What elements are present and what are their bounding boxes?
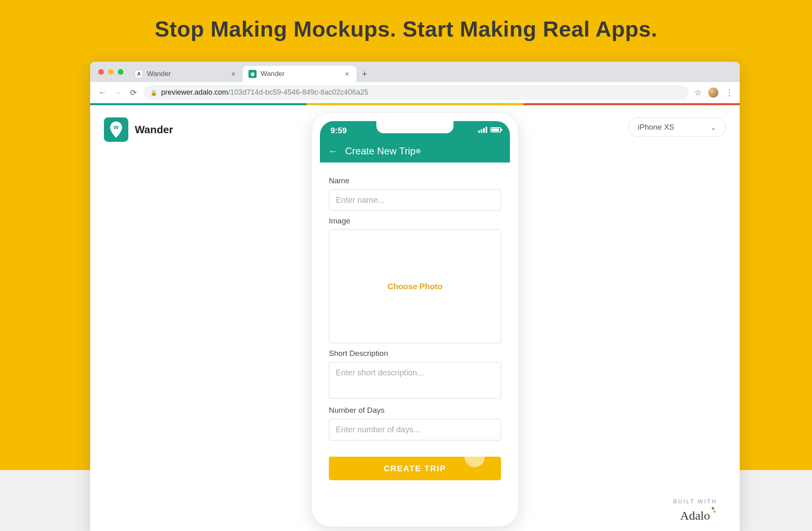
status-bar: 9:59 <box>320 121 510 140</box>
browser-menu-icon[interactable]: ⋮ <box>725 88 732 98</box>
close-tab-icon[interactable]: × <box>343 69 351 78</box>
battery-icon <box>490 127 501 132</box>
nav-reload-icon[interactable]: ⟳ <box>128 88 138 98</box>
image-label: Image <box>329 217 501 225</box>
tab-title: Wander <box>147 70 225 78</box>
window-traffic-lights <box>96 62 129 82</box>
app-bar: ← Create New Trip <box>320 140 510 163</box>
nav-forward-icon: → <box>113 88 123 97</box>
new-tab-button[interactable]: + <box>356 66 373 82</box>
short-description-input[interactable] <box>329 362 501 399</box>
tab-favicon: ◉ <box>248 70 257 78</box>
tab-title: Wander <box>261 70 339 78</box>
device-selected-label: iPhone XS <box>638 123 674 132</box>
device-screen: 9:59 ← Create New Trip Name Image <box>320 121 510 518</box>
back-arrow-icon[interactable]: ← <box>328 146 338 156</box>
create-trip-form: Name Image Choose Photo Short Descriptio… <box>320 163 510 518</box>
close-tab-icon[interactable]: × <box>229 69 237 78</box>
browser-tab[interactable]: A Wander × <box>129 66 243 82</box>
create-trip-button[interactable]: CREATE TRIP <box>329 457 501 480</box>
device-selector[interactable]: iPhone XS ⌄ <box>628 117 726 137</box>
browser-toolbar: ← → ⟳ 🔒 previewer.adalo.com/103d714d-bc5… <box>90 82 740 103</box>
short-description-label: Short Description <box>329 349 501 358</box>
days-label: Number of Days <box>329 406 501 415</box>
screen-title: Create New Trip <box>345 145 415 157</box>
close-window-icon[interactable] <box>98 69 104 75</box>
status-icons <box>478 127 501 133</box>
app-name: Wander <box>135 124 173 136</box>
url-path: /103d714d-bc59-4546-849c-8ac02c406a25 <box>228 88 368 96</box>
address-bar[interactable]: 🔒 previewer.adalo.com/103d714d-bc59-4546… <box>144 85 689 100</box>
url-host: previewer.adalo.com <box>161 88 228 96</box>
chevron-down-icon: ⌄ <box>710 123 717 132</box>
choose-photo-button[interactable]: Choose Photo <box>329 230 501 343</box>
fullscreen-window-icon[interactable] <box>118 69 123 75</box>
device-notch <box>376 121 454 133</box>
browser-tabstrip: A Wander × ◉ Wander × + <box>90 62 740 82</box>
browser-window: A Wander × ◉ Wander × + ← → ⟳ 🔒 previewe… <box>90 62 740 531</box>
browser-tab-active[interactable]: ◉ Wander × <box>243 66 356 82</box>
previewer-content: W Wander iPhone XS ⌄ 9:59 <box>90 105 740 531</box>
map-pin-icon: W <box>109 121 123 138</box>
app-logo: W <box>104 117 128 142</box>
tap-ripple <box>416 149 421 154</box>
lock-icon: 🔒 <box>150 89 157 96</box>
name-input[interactable] <box>329 189 501 211</box>
name-label: Name <box>329 176 501 185</box>
tab-favicon: A <box>135 70 143 78</box>
profile-avatar[interactable] <box>708 87 719 98</box>
minimize-window-icon[interactable] <box>108 69 114 75</box>
tap-indicator <box>464 447 485 467</box>
bookmark-star-icon[interactable]: ☆ <box>694 88 702 98</box>
create-trip-button-label: CREATE TRIP <box>384 464 446 473</box>
status-time: 9:59 <box>330 126 347 135</box>
device-frame: 9:59 ← Create New Trip Name Image <box>311 113 518 527</box>
toolbar-right: ☆ ⋮ <box>694 87 732 98</box>
days-input[interactable] <box>329 419 501 440</box>
built-with-label: BUILT WITH <box>673 498 717 505</box>
app-header: W Wander <box>104 117 173 142</box>
adalo-logo[interactable]: Adalo <box>680 509 710 522</box>
page-headline: Stop Making Mockups. Start Making Real A… <box>0 16 812 41</box>
choose-photo-label: Choose Photo <box>387 282 443 291</box>
nav-back-icon[interactable]: ← <box>97 88 107 97</box>
built-with-badge: BUILT WITH Adalo <box>673 498 717 522</box>
signal-icon <box>478 127 487 133</box>
svg-text:W: W <box>114 124 119 130</box>
